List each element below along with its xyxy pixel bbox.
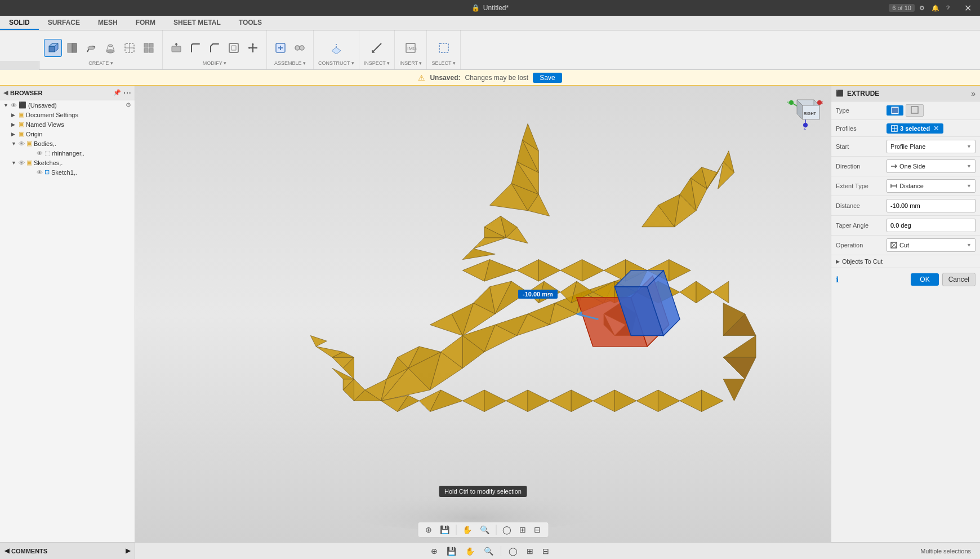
expand-arrow: ▼ xyxy=(11,141,17,147)
settings-icon[interactable]: ⚙ xyxy=(126,101,131,109)
type-surface-button[interactable] xyxy=(906,104,924,117)
svg-rect-17 xyxy=(172,46,181,52)
visibility-icon[interactable]: 👁 xyxy=(37,150,43,157)
svg-text:RIGHT: RIGHT xyxy=(804,112,817,116)
viewport-snap-button[interactable]: ⊟ xyxy=(540,545,552,557)
modify-move-tool[interactable] xyxy=(244,39,262,57)
viewport-zoom-fit-button[interactable]: 🔍 xyxy=(481,545,496,557)
tab-sheet-metal[interactable]: SHEET METAL xyxy=(164,16,230,30)
svg-marker-127 xyxy=(680,390,702,412)
svg-rect-16 xyxy=(149,48,153,52)
modify-fillet-tool[interactable] xyxy=(186,39,204,57)
item-label: Sketch1,. xyxy=(51,169,77,176)
svg-point-6 xyxy=(106,50,114,53)
objects-to-cut-section[interactable]: ▶ Objects To Cut xyxy=(831,255,980,268)
help-icon[interactable]: ? xyxy=(944,5,952,11)
select-tool[interactable] xyxy=(435,39,453,57)
settings-icon[interactable]: ⚙ xyxy=(917,5,927,12)
close-button[interactable]: ✕ xyxy=(955,0,980,16)
vp-snap-tool[interactable]: ⊟ xyxy=(531,524,544,535)
viewport-home-button[interactable]: ⊕ xyxy=(428,545,440,557)
create-rib-tool[interactable] xyxy=(121,39,139,57)
create-revolve-tool[interactable] xyxy=(63,39,81,57)
svg-line-33 xyxy=(372,43,381,52)
browser-item-unsaved[interactable]: ▼ 👁 ⬛ (Unsaved) ⚙ xyxy=(0,100,135,110)
visibility-icon[interactable]: 👁 xyxy=(19,159,25,166)
folder-icon: ▣ xyxy=(19,111,24,118)
vp-origin-tool[interactable]: ⊕ xyxy=(422,524,435,535)
insert-tool[interactable]: IMG xyxy=(402,39,420,57)
browser-item-origin[interactable]: ▶ ▣ Origin xyxy=(0,129,135,139)
bottom-bar: ◀ COMMENTS ▶ ⊕ 💾 ✋ 🔍 ◯ ⊞ ⊟ Multiple sele… xyxy=(0,542,980,559)
tab-solid[interactable]: SOLID xyxy=(0,16,39,30)
browser-more-icon[interactable]: ⋯ xyxy=(123,88,131,97)
construct-plane-tool[interactable] xyxy=(327,39,345,57)
vp-display-mode-tool[interactable]: ◯ xyxy=(500,524,514,535)
tab-mesh[interactable]: MESH xyxy=(89,16,127,30)
cancel-button[interactable]: Cancel xyxy=(942,273,975,286)
tab-form[interactable]: FORM xyxy=(127,16,164,30)
browser-collapse-icon[interactable]: ◀ xyxy=(3,89,8,96)
viewport[interactable]: -10.00 mm ⋮ Hold Ctrl to modify selectio… xyxy=(135,86,831,542)
profiles-clear-button[interactable]: ✕ xyxy=(933,125,939,132)
browser-item-sketches[interactable]: ▼ 👁 ▣ Sketches,. xyxy=(0,158,135,167)
svg-marker-31 xyxy=(332,47,341,54)
visibility-icon[interactable]: 👁 xyxy=(19,140,25,147)
unsaved-label: Unsaved: xyxy=(430,74,460,82)
assemble-joint-tool[interactable] xyxy=(291,39,309,57)
modify-chamfer-tool[interactable] xyxy=(206,39,224,57)
modify-shell-tool[interactable] xyxy=(225,39,243,57)
svg-marker-125 xyxy=(636,390,658,412)
profiles-badge[interactable]: 3 selected ✕ xyxy=(887,123,943,134)
item-label: rhinhanger,. xyxy=(52,150,84,157)
create-loft-tool[interactable] xyxy=(101,39,119,57)
ok-button[interactable]: OK xyxy=(911,273,938,286)
distance-input[interactable] xyxy=(887,199,975,212)
browser-item-sketch1[interactable]: 👁 ⊡ Sketch1,. xyxy=(0,167,135,177)
type-solid-button[interactable] xyxy=(887,105,903,116)
create-more-tool[interactable] xyxy=(140,39,158,57)
viewport-toolbar: ⊕ 💾 ✋ 🔍 ◯ ⊞ ⊟ xyxy=(417,522,549,538)
visibility-icon[interactable]: 👁 xyxy=(37,169,43,176)
comments-expand-right[interactable]: ▶ xyxy=(126,547,130,554)
browser-item-bodies[interactable]: ▼ 👁 ▣ Bodies,. xyxy=(0,139,135,148)
save-button[interactable]: Save xyxy=(533,73,562,83)
insert-section: IMG INSERT ▾ xyxy=(395,30,427,69)
vp-grid-tool[interactable]: ⊞ xyxy=(516,524,529,535)
svg-marker-77 xyxy=(484,260,517,282)
create-sweep-tool[interactable] xyxy=(82,39,100,57)
direction-dropdown[interactable]: One Side ▼ xyxy=(887,159,975,173)
vp-save-tool[interactable]: 💾 xyxy=(437,524,452,535)
viewport-render-button[interactable]: ◯ xyxy=(506,545,520,557)
start-dropdown[interactable]: Profile Plane ▼ xyxy=(887,140,975,153)
tab-tools[interactable]: TOOLS xyxy=(230,16,271,30)
viewport-orbit-button[interactable]: ✋ xyxy=(462,545,478,557)
browser-pin-icon[interactable]: 📌 xyxy=(113,89,121,96)
viewport-display-button[interactable]: 💾 xyxy=(444,545,459,557)
browser-item-named-views[interactable]: ▶ ▣ Named Views xyxy=(0,119,135,129)
svg-marker-78 xyxy=(517,260,539,282)
vp-pan-tool[interactable]: ✋ xyxy=(460,524,475,535)
vp-zoom-tool[interactable]: 🔍 xyxy=(477,524,492,535)
tab-surface[interactable]: SURFACE xyxy=(39,16,89,30)
create-extrude-tool[interactable] xyxy=(44,39,62,57)
extent-type-row: Extent Type Distance ▼ xyxy=(831,176,980,196)
bell-icon[interactable]: 🔔 xyxy=(929,5,942,12)
browser-item-doc-settings[interactable]: ▶ ▣ Document Settings xyxy=(0,110,135,119)
extent-type-dropdown[interactable]: Distance ▼ xyxy=(887,179,975,193)
extent-type-value: Distance xyxy=(890,183,924,189)
inspect-measure-tool[interactable] xyxy=(368,39,386,57)
viewport-grid-button[interactable]: ⊞ xyxy=(524,545,536,557)
taper-angle-input[interactable] xyxy=(887,219,975,232)
view-gizmo[interactable]: RIGHT X Y Z xyxy=(786,91,825,131)
comments-expand-icon[interactable]: ◀ xyxy=(5,547,9,554)
browser-item-rhino[interactable]: 👁 ⬚ rhinhanger,. xyxy=(0,148,135,158)
info-icon[interactable]: ℹ xyxy=(836,275,839,284)
more-options-button[interactable]: ⋮ xyxy=(544,290,553,300)
operation-dropdown[interactable]: Cut ▼ xyxy=(887,238,975,252)
panel-collapse-button[interactable]: » xyxy=(971,89,975,98)
modify-press-pull-tool[interactable] xyxy=(167,39,185,57)
assemble-new-component-tool[interactable] xyxy=(271,39,289,57)
visibility-icon[interactable]: 👁 xyxy=(11,102,17,109)
type-value-area xyxy=(887,104,975,117)
